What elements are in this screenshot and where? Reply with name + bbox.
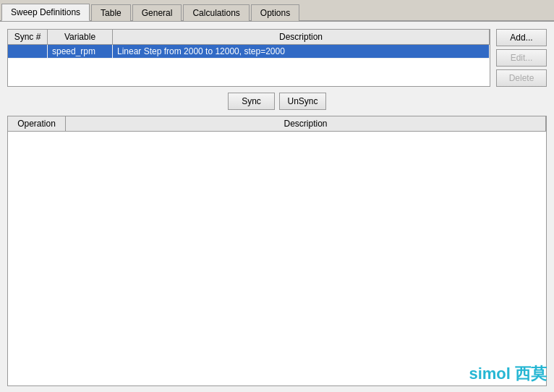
tab-table[interactable]: Table <box>91 4 131 21</box>
sync-button[interactable]: Sync <box>228 93 275 110</box>
col-header-variable: Variable <box>48 30 113 44</box>
col-header-description: Description <box>113 30 490 44</box>
upper-table-header: Sync # Variable Description <box>8 30 490 45</box>
sync-row: Sync UnSync <box>7 93 547 110</box>
lower-table-header: Operation Description <box>8 116 546 132</box>
tab-bar: Sweep Definitions Table General Calculat… <box>0 0 554 22</box>
action-buttons-panel: Add... Edit... Delete <box>496 29 547 87</box>
lower-table-container: Operation Description <box>7 116 547 386</box>
upper-table-body[interactable]: speed_rpm Linear Step from 2000 to 12000… <box>8 45 490 86</box>
table-row[interactable]: speed_rpm Linear Step from 2000 to 12000… <box>8 45 490 59</box>
tab-calculations[interactable]: Calculations <box>183 4 249 21</box>
cell-variable: speed_rpm <box>48 45 113 58</box>
add-button[interactable]: Add... <box>496 29 547 46</box>
lower-col-header-description: Description <box>66 116 546 131</box>
top-section: Sync # Variable Description speed_rpm Li… <box>7 29 547 87</box>
edit-button[interactable]: Edit... <box>496 49 547 67</box>
tab-general[interactable]: General <box>132 4 182 21</box>
cell-description: Linear Step from 2000 to 12000, step=200… <box>113 45 490 58</box>
main-content: Sync # Variable Description speed_rpm Li… <box>0 22 554 392</box>
delete-button[interactable]: Delete <box>496 69 547 87</box>
upper-table-container: Sync # Variable Description speed_rpm Li… <box>7 29 490 87</box>
tab-sweep-definitions[interactable]: Sweep Definitions <box>1 4 90 21</box>
tab-options[interactable]: Options <box>251 4 299 21</box>
watermark: simol 西莫 <box>469 363 547 385</box>
col-header-sync: Sync # <box>8 30 48 44</box>
lower-table-body[interactable] <box>8 132 546 385</box>
unsync-button[interactable]: UnSync <box>279 93 326 110</box>
lower-col-header-operation: Operation <box>8 116 66 131</box>
cell-sync <box>8 45 48 58</box>
